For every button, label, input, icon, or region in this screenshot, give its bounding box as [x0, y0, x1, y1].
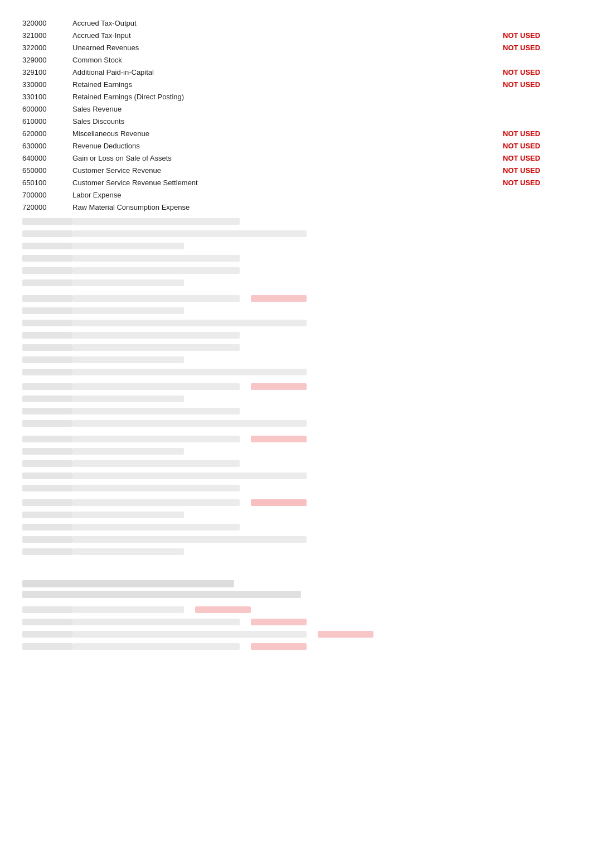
blurred-row — [22, 240, 570, 252]
blurred-name — [72, 408, 240, 414]
table-row: 650100 Customer Service Revenue Settleme… — [22, 176, 570, 189]
blurred-code — [22, 472, 72, 479]
blurred-code — [22, 332, 72, 339]
table-row: 620000 Miscellaneous Revenue NOT USED — [22, 127, 570, 139]
account-status: NOT USED — [503, 142, 570, 150]
footer-section — [22, 575, 570, 653]
blurred-code — [22, 279, 72, 286]
blurred-name — [72, 243, 184, 249]
account-code: 321000 — [22, 31, 72, 40]
account-name: Revenue Deductions — [72, 142, 503, 150]
blurred-status — [251, 643, 307, 650]
blurred-row — [22, 616, 570, 628]
blurred-name — [72, 536, 307, 543]
blurred-name — [72, 230, 307, 237]
table-row: 650000 Customer Service Revenue NOT USED — [22, 164, 570, 176]
account-code: 329000 — [22, 56, 72, 64]
table-row: 700000 Labor Expense — [22, 189, 570, 201]
footer-subtitle-bar — [22, 591, 301, 598]
table-row: 720000 Raw Material Consumption Expense — [22, 201, 570, 213]
blurred-code — [22, 344, 72, 351]
blurred-row — [22, 533, 570, 546]
account-status: NOT USED — [503, 31, 570, 40]
blurred-name — [72, 619, 240, 625]
account-code: 620000 — [22, 129, 72, 138]
blurred-row — [22, 628, 570, 640]
blurred-code — [22, 460, 72, 467]
blurred-code — [22, 606, 72, 613]
blurred-name — [72, 460, 240, 467]
blurred-name — [72, 499, 240, 506]
blurred-row — [22, 496, 570, 509]
account-status: NOT USED — [503, 154, 570, 162]
account-code: 329100 — [22, 68, 72, 76]
blurred-name — [72, 369, 307, 375]
blurred-code — [22, 267, 72, 274]
blurred-name — [72, 356, 184, 363]
blurred-status — [251, 295, 307, 302]
blurred-name — [72, 548, 184, 555]
table-row: 610000 Sales Discounts — [22, 115, 570, 127]
account-status: NOT USED — [503, 179, 570, 187]
blurred-row — [22, 380, 570, 393]
account-code: 720000 — [22, 203, 72, 211]
blurred-row — [22, 317, 570, 329]
table-row: 330000 Retained Earnings NOT USED — [22, 78, 570, 90]
blurred-name — [72, 267, 240, 274]
account-name: Sales Revenue — [72, 105, 503, 113]
blurred-name — [72, 448, 184, 455]
blurred-name — [72, 472, 307, 479]
account-name: Common Stock — [72, 56, 503, 64]
blurred-name — [72, 631, 307, 638]
table-row: 329000 Common Stock — [22, 54, 570, 66]
blurred-row — [22, 393, 570, 405]
blurred-code — [22, 448, 72, 455]
blurred-code — [22, 436, 72, 442]
blurred-row — [22, 292, 570, 305]
blurred-status — [251, 499, 307, 506]
blurred-name — [72, 344, 240, 351]
account-code: 630000 — [22, 142, 72, 150]
account-name: Accrued Tax-Output — [72, 19, 503, 27]
blurred-name — [72, 524, 240, 531]
blurred-status — [251, 436, 307, 442]
account-code: 322000 — [22, 44, 72, 52]
blurred-code — [22, 307, 72, 314]
account-name: Labor Expense — [72, 191, 503, 199]
account-name: Sales Discounts — [72, 117, 503, 126]
account-code: 330100 — [22, 93, 72, 101]
account-status: NOT USED — [503, 166, 570, 175]
account-name: Customer Service Revenue Settlement — [72, 179, 503, 187]
blurred-row — [22, 433, 570, 445]
blurred-row — [22, 546, 570, 558]
blurred-code — [22, 499, 72, 506]
blurred-row — [22, 509, 570, 521]
account-name: Additional Paid-in-Capital — [72, 68, 503, 76]
account-name: Unearned Revenues — [72, 44, 503, 52]
blurred-code — [22, 295, 72, 302]
blurred-section-1 — [22, 215, 570, 558]
table-row: 630000 Revenue Deductions NOT USED — [22, 139, 570, 152]
blurred-code — [22, 536, 72, 543]
blurred-name — [72, 320, 307, 326]
blurred-name — [72, 307, 184, 314]
account-code: 330000 — [22, 80, 72, 89]
blurred-code — [22, 255, 72, 262]
account-code: 640000 — [22, 154, 72, 162]
blurred-status — [251, 619, 307, 625]
blurred-row — [22, 252, 570, 264]
blurred-code — [22, 369, 72, 375]
blurred-row — [22, 264, 570, 277]
blurred-code — [22, 356, 72, 363]
table-row: 321000 Accrued Tax-Input NOT USED — [22, 29, 570, 41]
blurred-code — [22, 548, 72, 555]
blurred-status — [251, 383, 307, 390]
account-status: NOT USED — [503, 68, 570, 76]
account-status: NOT USED — [503, 80, 570, 89]
blurred-status — [318, 631, 373, 638]
blurred-name — [72, 295, 240, 302]
blurred-row — [22, 354, 570, 366]
blurred-code — [22, 243, 72, 249]
account-name: Retained Earnings (Direct Posting) — [72, 93, 503, 101]
blurred-name — [72, 485, 240, 491]
